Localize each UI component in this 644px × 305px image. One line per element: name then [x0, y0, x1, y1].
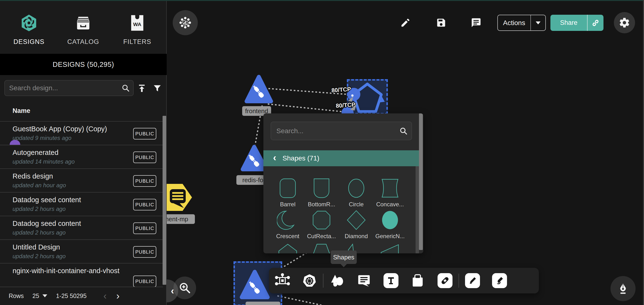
tab-filters-label: FILTERS: [112, 38, 162, 46]
visibility-badge: PUBLIC: [133, 199, 156, 210]
tab-catalog-label: CATALOG: [58, 38, 108, 46]
meshery-logo-icon: [4, 10, 54, 36]
visibility-badge: PUBLIC: [133, 246, 156, 258]
shape-crescent-icon: [277, 209, 298, 231]
prev-page-button[interactable]: ‹: [104, 290, 106, 301]
shape-item-crescent[interactable]: Crescent: [271, 209, 305, 240]
window-scrollbar[interactable]: [643, 0, 644, 305]
shapes-panel: ‹ Shapes (71) Barrel BottomR... Circle C…: [264, 113, 423, 253]
visibility-badge: PUBLIC: [133, 152, 156, 163]
design-row-2[interactable]: Autogenerated updated 14 minutes ago PUB…: [0, 145, 163, 168]
edge-label-port-2: 80/TCP: [336, 101, 356, 109]
pagination-bar: Rows 25 1-25 50295 ‹ ›: [0, 287, 163, 304]
upload-design-icon[interactable]: [136, 83, 147, 94]
node-label-bottom[interactable]: [246, 301, 280, 305]
filter-funnel-icon[interactable]: [152, 83, 162, 94]
shape-item-partial-4[interactable]: [373, 243, 407, 253]
save-icon[interactable]: [436, 17, 447, 28]
shape-item-diamond[interactable]: Diamond: [339, 209, 373, 240]
actions-button[interactable]: Actions: [497, 15, 546, 31]
shape-item-cutrectangle[interactable]: CutRecta...: [305, 209, 338, 240]
shapes-panel-scrollbar[interactable]: [419, 113, 423, 250]
pen-tool-button[interactable]: [459, 268, 486, 293]
visibility-badge: PUBLIC: [133, 175, 156, 187]
comment-icon[interactable]: [470, 17, 482, 28]
shape-item-concave[interactable]: Concave...: [373, 177, 407, 208]
settings-gear-button[interactable]: [614, 12, 635, 33]
next-page-button[interactable]: ›: [116, 290, 120, 301]
frontend-node[interactable]: [246, 77, 271, 101]
visibility-badge: PUBLIC: [133, 275, 156, 287]
pen-icon: [465, 273, 480, 288]
shape-rhomboid-icon: [379, 243, 401, 253]
actions-label: Actions: [498, 19, 530, 27]
back-chevron-icon[interactable]: ‹: [273, 152, 276, 163]
link-tool-button[interactable]: [432, 268, 458, 293]
edit-pencil-icon[interactable]: [400, 17, 411, 28]
designs-list-scrollbar[interactable]: [162, 116, 166, 285]
shapes-search-box[interactable]: [270, 122, 412, 140]
svg-text:WA: WA: [133, 22, 141, 27]
note-tool-button[interactable]: [404, 268, 432, 293]
visibility-badge: PUBLIC: [133, 128, 156, 139]
redis-leader-node[interactable]: [242, 272, 268, 297]
shape-item-bottomround[interactable]: BottomR...: [305, 177, 338, 208]
design-row-4[interactable]: Datadog seed content updated 2 hours ago…: [0, 192, 163, 216]
rows-label: Rows: [9, 292, 24, 299]
name-column-header[interactable]: Name: [12, 107, 30, 115]
design-row-3[interactable]: Redis design updated an hour ago PUBLIC: [0, 168, 163, 192]
search-icon: [118, 84, 133, 92]
design-search-input[interactable]: [5, 84, 118, 92]
design-row-5[interactable]: Datadog seed content updated 2 hours ago…: [0, 216, 163, 239]
design-row-1[interactable]: GuestBook App (Copy) (Copy) updated 9 mi…: [0, 121, 163, 145]
shape-barrel-icon: [277, 177, 298, 199]
designs-sidebar: DESIGNS CATALOG WA FILTERS DESIGN: [0, 0, 167, 305]
shapes-header-label: Shapes (71): [282, 154, 319, 162]
shape-genericnode-icon: [379, 209, 401, 231]
shapes-icon: [329, 273, 345, 288]
shape-pentagon-icon: [277, 243, 298, 253]
search-icon: [396, 127, 412, 135]
top-accent-line: [0, 0, 644, 1]
text-icon: [384, 273, 398, 288]
redis-follower-node[interactable]: [243, 147, 266, 169]
shape-item-genericnode[interactable]: GenericN...: [373, 209, 407, 240]
actions-dropdown-caret[interactable]: [531, 21, 545, 25]
gear-icon: [619, 17, 630, 29]
components-tool-button[interactable]: [269, 268, 296, 293]
comment-marker-node[interactable]: [163, 184, 192, 211]
shape-item-barrel[interactable]: Barrel: [271, 177, 305, 208]
shape-circle-icon: [346, 177, 367, 199]
design-row-6[interactable]: Untitled Design updated 2 hours ago PUBL…: [0, 239, 163, 263]
comment-tool-button[interactable]: [350, 268, 378, 293]
shapes-category-header[interactable]: ‹ Shapes (71): [264, 150, 419, 166]
magnifier-plus-icon: [178, 281, 191, 294]
designs-list: GuestBook App (Copy) (Copy) updated 9 mi…: [0, 121, 163, 287]
design-pen-button[interactable]: [610, 276, 636, 301]
kanvas-app: frontend redis-fo ment-mp 80/TCP 80/TCP …: [0, 0, 644, 305]
shape-diamond-icon: [346, 209, 367, 231]
freehand-draw-button[interactable]: [486, 268, 513, 293]
rows-per-page-select[interactable]: 25: [32, 292, 48, 299]
share-label: Share: [550, 19, 587, 27]
canvas-toolbar: [269, 268, 539, 293]
comment-bubble-icon: [357, 273, 371, 288]
shapes-search-input[interactable]: [271, 127, 396, 135]
shape-item-circle[interactable]: Circle: [339, 177, 373, 208]
kubernetes-tool-button[interactable]: [296, 268, 323, 293]
design-search-box[interactable]: [4, 80, 134, 96]
text-tool-button[interactable]: [378, 268, 404, 293]
copy-link-icon[interactable]: [588, 19, 604, 27]
shapes-tool-button[interactable]: [324, 268, 350, 293]
dot-grid-toggle-button[interactable]: [173, 10, 198, 35]
node-cluster-icon: [179, 17, 192, 29]
pen-nib-icon: [616, 282, 630, 295]
tab-designs-label: DESIGNS: [4, 38, 54, 46]
shape-concave-icon: [379, 177, 401, 199]
shapes-list-scrollbar[interactable]: [416, 166, 419, 253]
chain-link-icon: [438, 273, 452, 288]
pencil-scribble-icon: [492, 273, 507, 288]
design-row-7[interactable]: nginx-with-init-container-and-vhost PUBL…: [0, 263, 163, 287]
share-button[interactable]: Share: [550, 15, 604, 31]
shape-item-partial-1[interactable]: [271, 243, 305, 253]
